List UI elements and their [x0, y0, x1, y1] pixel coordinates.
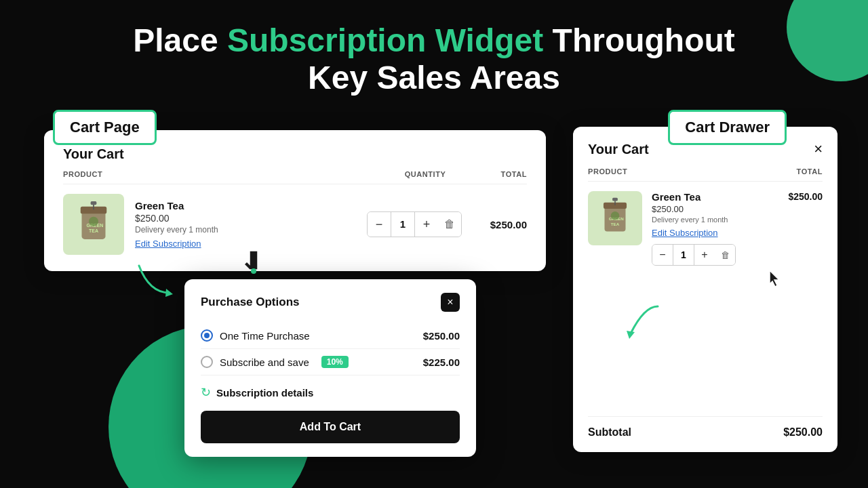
option-price-subscribe: $225.00: [423, 357, 460, 368]
arrow-decoration-right: [610, 293, 665, 350]
option-left-subscribe: Subscribe and save 10%: [201, 356, 349, 368]
row-total: $250.00: [473, 219, 527, 230]
col-product-header: PRODUCT: [63, 170, 378, 178]
svg-point-6: [89, 217, 98, 226]
quantity-value: 1: [391, 212, 415, 237]
arrow-decoration-left: [136, 259, 176, 302]
subscription-details-text: Subscription details: [216, 387, 313, 399]
hero-heading-section: Place Subscription Widget Throughout Key…: [0, 0, 868, 110]
increase-qty-button[interactable]: +: [415, 212, 438, 237]
cart-product-row: GREEN TEA Green Tea $250.00 Delivery eve…: [63, 194, 527, 255]
cart-drawer-label: Cart Drawer: [668, 110, 787, 145]
radio-subscribe[interactable]: [201, 356, 213, 368]
drawer-subtotal-amount: $250.00: [783, 426, 823, 439]
drawer-product-row: GREEN TEA Green Tea $250.00 Delivery eve…: [588, 191, 823, 266]
option-label-one-time: One Time Purchase: [220, 330, 310, 342]
drawer-increase-qty-button[interactable]: +: [694, 245, 715, 265]
option-label-subscribe: Subscribe and save: [220, 357, 309, 368]
svg-text:TEA: TEA: [89, 229, 98, 234]
option-row-one-time[interactable]: One Time Purchase $250.00: [201, 323, 460, 349]
cart-drawer-panel: Your Cart × PRODUCT TOTAL GREEN TEA: [573, 127, 837, 452]
content-area: Cart Page Your Cart PRODUCT QUANTITY TOT…: [0, 110, 868, 476]
product-delivery: Delivery every 1 month: [135, 225, 356, 235]
drawer-cursor: [767, 269, 783, 292]
hero-heading: Place Subscription Widget Throughout Key…: [27, 22, 841, 96]
drawer-remove-item-button[interactable]: 🗑: [715, 245, 735, 265]
col-quantity-header: QUANTITY: [378, 170, 473, 178]
col-total-header: TOTAL: [473, 170, 527, 178]
drawer-title: Your Cart: [588, 142, 649, 157]
drawer-quantity-control: − 1 + 🗑: [652, 244, 736, 266]
cart-page-title: Your Cart: [63, 146, 527, 162]
add-to-cart-button[interactable]: Add To Cart: [201, 411, 460, 443]
purchase-options-close-button[interactable]: ×: [441, 293, 460, 312]
cart-page-panel: Your Cart PRODUCT QUANTITY TOTAL GREEN T…: [44, 130, 546, 271]
drawer-col-product: PRODUCT: [588, 167, 627, 176]
decrease-qty-button[interactable]: −: [368, 212, 391, 237]
product-name: Green Tea: [135, 200, 356, 211]
cart-page-label: Cart Page: [53, 110, 157, 145]
refresh-icon: ↻: [201, 385, 211, 400]
heading-line1: Place Subscription Widget Throughout: [133, 22, 735, 58]
product-info: Green Tea $250.00 Delivery every 1 month…: [135, 200, 356, 249]
option-row-subscribe[interactable]: Subscribe and save 10% $225.00: [201, 349, 460, 375]
drawer-edit-subscription-link[interactable]: Edit Subscription: [652, 228, 718, 238]
drawer-subtotal: Subtotal $250.00: [588, 416, 823, 439]
radio-one-time[interactable]: [201, 329, 213, 342]
purchase-options-panel: Purchase Options × One Time Purchase $25…: [184, 279, 476, 457]
product-image: GREEN TEA: [63, 194, 124, 255]
cursor-hand: [244, 251, 263, 278]
drawer-product-delivery: Delivery every 1 month: [652, 216, 788, 224]
drawer-close-button[interactable]: ×: [814, 140, 823, 158]
heading-line2: Key Sales Areas: [308, 60, 560, 96]
drawer-table-header: PRODUCT TOTAL: [588, 167, 823, 182]
option-left-one-time: One Time Purchase: [201, 329, 310, 342]
svg-point-7: [251, 268, 256, 274]
svg-text:TEA: TEA: [611, 222, 620, 226]
product-price: $250.00: [135, 213, 356, 224]
drawer-product-info: Green Tea $250.00 Delivery every 1 month…: [652, 191, 788, 239]
subscription-details-row[interactable]: ↻ Subscription details: [201, 385, 460, 400]
drawer-product-price: $250.00: [652, 204, 788, 214]
svg-rect-3: [91, 201, 97, 205]
drawer-subtotal-label: Subtotal: [588, 426, 631, 439]
svg-marker-9: [627, 331, 635, 339]
option-price-one-time: $250.00: [423, 330, 460, 342]
drawer-product-image: GREEN TEA: [588, 191, 642, 245]
drawer-row-total: $250.00: [788, 191, 823, 202]
cart-table-header: PRODUCT QUANTITY TOTAL: [63, 170, 527, 184]
drawer-quantity-value: 1: [673, 245, 694, 265]
discount-badge: 10%: [321, 356, 349, 368]
purchase-options-header: Purchase Options ×: [201, 293, 460, 312]
edit-subscription-link[interactable]: Edit Subscription: [135, 239, 201, 249]
drawer-col-total: TOTAL: [797, 167, 823, 176]
quantity-control: − 1 + 🗑: [367, 211, 462, 237]
remove-item-button[interactable]: 🗑: [438, 212, 461, 237]
purchase-options-title: Purchase Options: [201, 296, 299, 309]
drawer-product-name: Green Tea: [652, 191, 788, 203]
svg-rect-13: [612, 198, 618, 201]
svg-point-16: [611, 211, 619, 220]
svg-marker-8: [165, 289, 173, 297]
drawer-product-details: Green Tea $250.00 Delivery every 1 month…: [652, 191, 823, 266]
drawer-decrease-qty-button[interactable]: −: [652, 245, 673, 265]
